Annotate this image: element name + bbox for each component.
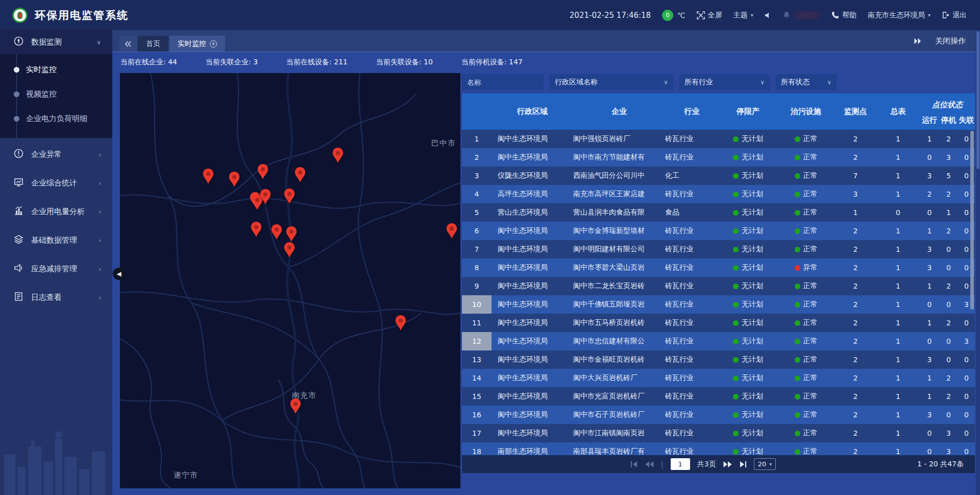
table-row-12[interactable]: 12阆中生态环境局阆中市忠信建材有限公砖瓦行业无计划正常21003 (462, 332, 975, 350)
map-pin-icon[interactable] (446, 223, 457, 239)
chevron-left-icon: ‹ (99, 266, 101, 273)
status-dot-icon (795, 265, 800, 271)
next-page-button[interactable] (723, 461, 732, 467)
sidebar-group-6[interactable]: 应急减排管理‹ (0, 257, 112, 281)
table-row-5[interactable]: 5营山生态环境局营山县润丰肉食品有限食品无计划正常10010 (462, 203, 975, 222)
name-filter-input[interactable] (467, 78, 538, 86)
row-stop-count: 3 (939, 442, 958, 455)
table-row-18[interactable]: 18南部生态环境局南部县瑞丰页岩砖厂有砖瓦行业无计划正常21030 (462, 442, 975, 455)
row-region: 营山生态环境局 (492, 203, 573, 222)
alerts-button[interactable]: 2632 (783, 10, 820, 20)
map-pin-icon[interactable] (271, 224, 282, 240)
sound-button[interactable] (765, 12, 772, 19)
row-monitor-count: 2 (835, 387, 876, 406)
table-row-16[interactable]: 16阆中生态环境局阆中市石子页岩机砖厂砖瓦行业无计划正常21300 (462, 406, 975, 424)
row-total-count: 1 (876, 350, 920, 369)
page-scrollbar-thumb[interactable] (976, 31, 979, 169)
row-index: 3 (462, 167, 492, 185)
map-pin-icon[interactable] (260, 189, 271, 204)
table-row-1[interactable]: 1阆中生态环境局阆中强锐页岩砖厂砖瓦行业无计划正常21120 (462, 130, 975, 148)
megaphone-icon (14, 263, 23, 275)
tab-首页[interactable]: 首页 (138, 36, 168, 52)
row-lost-count: 0 (958, 314, 975, 332)
map-pin-icon[interactable] (284, 188, 295, 204)
map-pin-icon[interactable] (286, 226, 297, 242)
tabs-scroll-left-button[interactable] (119, 36, 137, 52)
double-chevron-right-icon[interactable] (914, 38, 922, 44)
datetime-label: 2021-02-25 17:46:18 (570, 11, 651, 20)
table-row-13[interactable]: 13阆中生态环境局阆中市金福旺页岩机砖砖瓦行业无计划正常21300 (462, 350, 975, 369)
chevron-down-icon: ∨ (96, 39, 101, 46)
sidebar-group-1[interactable]: 数据监测∨ (0, 30, 112, 54)
table-row-17[interactable]: 17阆中生态环境局阆中市江南镇阆南页岩砖瓦行业无计划正常21030 (462, 424, 975, 442)
sidebar-collapse-button[interactable]: ◀ (113, 268, 125, 280)
help-button[interactable]: 帮助 (831, 11, 856, 20)
page-number-input[interactable] (671, 458, 690, 470)
row-run-count: 0 (920, 332, 939, 350)
table-row-15[interactable]: 15阆中生态环境局阆中市光富页岩机砖厂砖瓦行业无计划正常21120 (462, 387, 975, 406)
map-pin-icon[interactable] (229, 172, 240, 187)
last-page-button[interactable] (739, 461, 747, 467)
row-lost-count: 0 (958, 406, 975, 424)
page-size-select[interactable]: 20 ▾ (754, 458, 776, 470)
close-operations-button[interactable]: 关闭操作 (935, 36, 966, 46)
map-pin-icon[interactable] (203, 169, 214, 184)
row-run-count: 0 (920, 424, 939, 442)
sidebar-group-7[interactable]: 日志查看‹ (0, 286, 112, 310)
table-row-3[interactable]: 3仪陇生态环境局西南油气田分公司川中化工无计划正常71350 (462, 167, 975, 185)
gauge-icon (14, 36, 23, 48)
first-page-button[interactable] (630, 461, 638, 467)
map-pin-icon[interactable] (251, 222, 262, 237)
row-stop-count: 0 (939, 350, 958, 369)
sidebar-item-企业电力负荷明细[interactable]: 企业电力负荷明细 (0, 106, 112, 131)
logout-button[interactable]: 退出 (942, 11, 967, 20)
map-pin-icon[interactable] (332, 148, 344, 163)
map-pin-icon[interactable] (395, 315, 406, 331)
row-industry: 砖瓦行业 (665, 295, 719, 314)
row-stop-count: 0 (939, 406, 958, 424)
row-total-count: 1 (876, 369, 920, 387)
table-row-14[interactable]: 14阆中生态环境局阆中大兴页岩机砖厂砖瓦行业无计划正常21120 (462, 369, 975, 387)
pagination-bar: | 共3页 20 ▾ (462, 455, 975, 473)
page-scrollbar[interactable] (976, 30, 980, 495)
table-row-2[interactable]: 2阆中生态环境局阆中市南方节能建材有砖瓦行业无计划正常21030 (462, 148, 975, 167)
name-filter-input-box[interactable] (462, 74, 544, 90)
chart-icon (14, 206, 23, 218)
sidebar-item-视频监控[interactable]: 视频监控 (0, 82, 112, 106)
table-row-11[interactable]: 11阆中生态环境局阆中市五马桥页岩机砖砖瓦行业无计划正常21120 (462, 314, 975, 332)
row-region: 阆中生态环境局 (492, 369, 573, 387)
sidebar-group-2[interactable]: 企业异常‹ (0, 143, 112, 167)
status-dot-icon (733, 228, 739, 234)
status-filter-select[interactable]: 所有状态 ∨ (776, 74, 837, 90)
sidebar-group-5[interactable]: 基础数据管理‹ (0, 228, 112, 252)
pagination-divider: | (661, 460, 664, 468)
sidebar-group-4[interactable]: 企业用电量分析‹ (0, 200, 112, 224)
table-row-4[interactable]: 4高坪生态环境局南充市高坪区王家店建砖瓦行业无计划正常31220 (462, 185, 975, 203)
map-panel[interactable]: 巴中市南充市遂宁市 (120, 73, 460, 488)
map-pin-icon[interactable] (284, 242, 295, 257)
tab-实时监控[interactable]: 实时监控✕ (169, 36, 225, 52)
org-dropdown[interactable]: 南充市生态环境局 ▾ (868, 11, 930, 20)
table-row-9[interactable]: 9阆中生态环境局阆中市二龙长宝页岩砖砖瓦行业无计划正常21120 (462, 277, 975, 295)
table-row-7[interactable]: 7阆中生态环境局阆中明阳建材有限公司砖瓦行业无计划正常21300 (462, 240, 975, 258)
region-filter-select[interactable]: 行政区域名称 ∨ (550, 74, 673, 90)
map-pin-icon[interactable] (290, 398, 301, 414)
sidebar-item-实时监控[interactable]: 实时监控 (0, 57, 112, 82)
tab-close-icon[interactable]: ✕ (210, 40, 217, 48)
table-scrollbar-thumb[interactable] (970, 131, 974, 310)
row-industry: 砖瓦行业 (665, 148, 719, 167)
map-pin-icon[interactable] (257, 164, 268, 179)
theme-dropdown[interactable]: 主题 ▾ (733, 11, 753, 20)
sidebar-group-3[interactable]: 企业综合统计‹ (0, 171, 112, 195)
table-row-6[interactable]: 6阆中生态环境局阆中市金博瑞新型墙材砖瓦行业无计划正常21120 (462, 222, 975, 240)
map-pin-icon[interactable] (295, 167, 306, 182)
sidebar-submenu: 实时监控视频监控企业电力负荷明细 (0, 54, 112, 138)
row-monitor-count: 2 (835, 424, 876, 442)
industry-filter-select[interactable]: 所有行业 ∨ (679, 74, 770, 90)
fullscreen-button[interactable]: 全屏 (697, 11, 722, 20)
row-run-count: 3 (920, 350, 939, 369)
previous-page-button[interactable] (645, 461, 654, 467)
table-row-8[interactable]: 8阆中生态环境局阆中市枣碧大梁山页岩砖瓦行业无计划异常21300 (462, 258, 975, 277)
row-facility-status: 正常 (777, 332, 835, 350)
table-row-10[interactable]: 10阆中生态环境局阆中千佛镇五郎垭页岩砖瓦行业无计划正常21003 (462, 295, 975, 314)
